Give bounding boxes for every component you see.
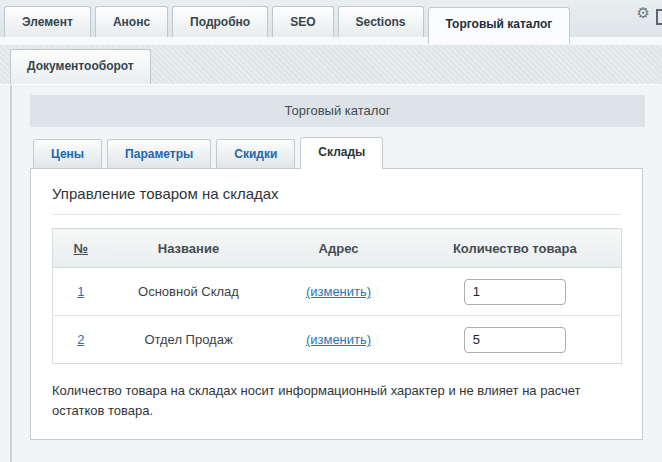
info-note: Количество товара на складах носит инфор… (52, 381, 627, 420)
subtab-parameters[interactable]: Параметры (107, 139, 211, 168)
tab-document-flow[interactable]: Документооборот (10, 49, 151, 84)
top-icons: ⚙ (622, 0, 662, 37)
warehouses-tab-content: Управление товаром на складах № Название… (30, 168, 643, 440)
secondary-tab-bar: Документооборот (0, 45, 662, 85)
warehouses-table: № Название Адрес Количество товара 1 Осн… (52, 228, 622, 364)
table-row: 1 Основной Склад (изменить) (53, 268, 622, 316)
change-address-link[interactable]: (изменить) (306, 284, 371, 299)
tab-element[interactable]: Элемент (4, 6, 91, 37)
column-header-name: Название (109, 229, 269, 268)
subtab-prices[interactable]: Цены (33, 139, 102, 168)
panel-title: Торговый каталог (30, 95, 645, 127)
tab-sections[interactable]: Sections (338, 6, 424, 37)
heading-divider (52, 214, 621, 215)
content-area: Торговый каталог Цены Параметры Скидки С… (0, 85, 662, 462)
tab-trade-catalog[interactable]: Торговый каталог (428, 7, 571, 44)
warehouse-id-link[interactable]: 1 (77, 284, 84, 299)
clipped-edge-icon (656, 9, 662, 25)
settings-gear-icon[interactable]: ⚙ (637, 4, 650, 22)
tab-detail[interactable]: Подробно (172, 6, 268, 37)
subtab-discounts[interactable]: Скидки (216, 139, 295, 168)
table-header-row: № Название Адрес Количество товара (53, 229, 622, 268)
tab-announce[interactable]: Анонс (95, 6, 168, 37)
sort-number-link[interactable]: № (74, 241, 89, 256)
column-header-number: № (53, 229, 109, 268)
warehouse-name: Отдел Продаж (109, 316, 269, 364)
column-header-quantity: Количество товара (409, 229, 622, 268)
table-row: 2 Отдел Продаж (изменить) (53, 316, 622, 364)
column-header-address: Адрес (269, 229, 409, 268)
left-border-rule (10, 85, 12, 462)
subtab-warehouses[interactable]: Склады (300, 137, 383, 169)
section-heading: Управление товаром на складах (52, 185, 621, 202)
change-address-link[interactable]: (изменить) (306, 332, 371, 347)
quantity-input[interactable] (464, 279, 566, 305)
bitrix-admin-screen: { "colors": { "link_blue": "#2a74ba", "t… (0, 0, 662, 462)
warehouse-id-link[interactable]: 2 (77, 332, 84, 347)
quantity-input[interactable] (464, 327, 566, 353)
tab-seo[interactable]: SEO (272, 6, 333, 37)
warehouse-name: Основной Склад (109, 268, 269, 316)
catalog-sub-tabs: Цены Параметры Скидки Склады (33, 138, 388, 168)
main-tab-bar: Элемент Анонс Подробно SEO Sections Торг… (0, 0, 662, 37)
